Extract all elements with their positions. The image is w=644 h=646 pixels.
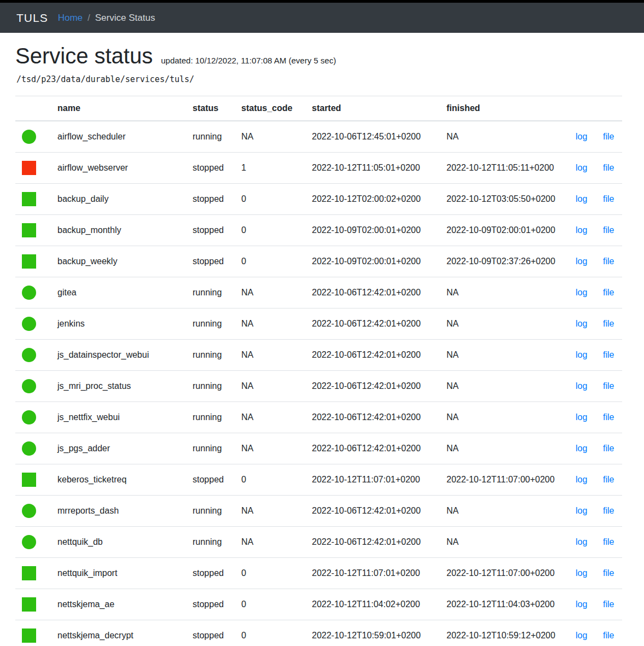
service-name-cell: js_mri_proc_status bbox=[51, 371, 186, 402]
log-link[interactable]: log bbox=[576, 350, 587, 359]
log-link[interactable]: log bbox=[576, 132, 587, 141]
log-link-cell: log bbox=[569, 402, 596, 433]
service-name-cell: nettquik_import bbox=[51, 558, 186, 589]
log-link[interactable]: log bbox=[576, 600, 587, 609]
file-link[interactable]: file bbox=[603, 225, 614, 235]
file-link[interactable]: file bbox=[603, 319, 614, 328]
service-name-cell: nettquik_db bbox=[51, 527, 186, 558]
service-status-cell: running bbox=[186, 496, 235, 527]
service-finished-cell: 2022-10-12T11:05:11+0200 bbox=[440, 153, 569, 184]
status-indicator-icon bbox=[22, 473, 36, 487]
service-name-cell: backup_monthly bbox=[51, 215, 186, 246]
log-link-cell: log bbox=[569, 620, 596, 646]
service-status-cell: running bbox=[186, 277, 235, 309]
status-indicator-icon bbox=[22, 379, 36, 393]
file-link[interactable]: file bbox=[603, 288, 614, 297]
service-status-cell: running bbox=[186, 402, 235, 433]
service-status-code-cell: NA bbox=[235, 277, 305, 309]
log-link[interactable]: log bbox=[576, 319, 587, 328]
breadcrumb-separator: / bbox=[88, 13, 90, 24]
col-header-finished: finished bbox=[440, 96, 569, 121]
service-status-cell: stopped bbox=[186, 246, 235, 277]
col-header-indicator bbox=[15, 96, 51, 121]
file-link[interactable]: file bbox=[603, 381, 614, 391]
file-link-cell: file bbox=[596, 589, 622, 620]
log-link[interactable]: log bbox=[576, 475, 587, 484]
log-link[interactable]: log bbox=[576, 444, 587, 453]
service-started-cell: 2022-10-12T11:07:01+0200 bbox=[305, 464, 440, 496]
table-row: js_nettfix_webui running NA 2022-10-06T1… bbox=[15, 402, 622, 433]
table-row: js_mri_proc_status running NA 2022-10-06… bbox=[15, 371, 622, 402]
service-table-body: airflow_scheduler running NA 2022-10-06T… bbox=[15, 121, 622, 646]
service-status-table: name status status_code started finished… bbox=[15, 96, 622, 646]
status-indicator-cell bbox=[15, 153, 51, 184]
log-link[interactable]: log bbox=[576, 381, 587, 391]
status-indicator-icon bbox=[22, 192, 36, 206]
updated-timestamp: updated: 10/12/2022, 11:07:08 AM (every … bbox=[161, 56, 336, 65]
status-indicator-icon bbox=[22, 628, 36, 643]
navbar-brand[interactable]: TULS bbox=[16, 11, 48, 25]
log-link-cell: log bbox=[569, 309, 596, 340]
service-status-code-cell: 0 bbox=[235, 215, 305, 246]
service-finished-cell: 2022-10-12T11:07:00+0200 bbox=[440, 464, 569, 496]
file-link-cell: file bbox=[596, 340, 622, 371]
file-link[interactable]: file bbox=[603, 568, 614, 578]
log-link[interactable]: log bbox=[576, 225, 587, 235]
status-indicator-cell bbox=[15, 215, 51, 246]
file-link[interactable]: file bbox=[603, 350, 614, 359]
file-link[interactable]: file bbox=[603, 257, 614, 266]
log-link[interactable]: log bbox=[576, 257, 587, 266]
service-started-cell: 2022-10-06T12:45:01+0200 bbox=[305, 121, 440, 153]
log-link-cell: log bbox=[569, 121, 596, 153]
log-link[interactable]: log bbox=[576, 506, 587, 515]
log-link[interactable]: log bbox=[576, 412, 587, 422]
file-link[interactable]: file bbox=[603, 537, 614, 546]
service-status-code-cell: 0 bbox=[235, 589, 305, 620]
service-started-cell: 2022-10-06T12:42:01+0200 bbox=[305, 527, 440, 558]
file-link[interactable]: file bbox=[603, 132, 614, 141]
file-link-cell: file bbox=[596, 121, 622, 153]
service-name-cell: gitea bbox=[51, 277, 186, 309]
table-row: mrreports_dash running NA 2022-10-06T12:… bbox=[15, 496, 622, 527]
file-link[interactable]: file bbox=[603, 412, 614, 422]
log-link[interactable]: log bbox=[576, 194, 587, 203]
status-indicator-icon bbox=[22, 504, 36, 518]
file-link[interactable]: file bbox=[603, 194, 614, 203]
service-status-code-cell: NA bbox=[235, 371, 305, 402]
service-name-cell: js_nettfix_webui bbox=[51, 402, 186, 433]
service-finished-cell: 2022-10-09T02:00:01+0200 bbox=[440, 215, 569, 246]
log-link[interactable]: log bbox=[576, 288, 587, 297]
table-row: airflow_webserver stopped 1 2022-10-12T1… bbox=[15, 153, 622, 184]
log-link[interactable]: log bbox=[576, 163, 587, 172]
service-status-code-cell: NA bbox=[235, 527, 305, 558]
service-started-cell: 2022-10-09T02:00:01+0200 bbox=[305, 215, 440, 246]
file-link[interactable]: file bbox=[603, 444, 614, 453]
table-row: nettskjema_ae stopped 0 2022-10-12T11:04… bbox=[15, 589, 622, 620]
service-name-cell: keberos_ticketreq bbox=[51, 464, 186, 496]
service-name-cell: jenkins bbox=[51, 309, 186, 340]
service-started-cell: 2022-10-06T12:42:01+0200 bbox=[305, 309, 440, 340]
breadcrumb-home-link[interactable]: Home bbox=[58, 13, 83, 24]
log-link[interactable]: log bbox=[576, 631, 587, 640]
file-link[interactable]: file bbox=[603, 600, 614, 609]
service-status-cell: running bbox=[186, 309, 235, 340]
service-finished-cell: NA bbox=[440, 433, 569, 464]
file-link[interactable]: file bbox=[603, 475, 614, 484]
file-link[interactable]: file bbox=[603, 506, 614, 515]
table-header: name status status_code started finished bbox=[15, 96, 622, 121]
service-status-code-cell: 1 bbox=[235, 153, 305, 184]
status-indicator-cell bbox=[15, 402, 51, 433]
service-finished-cell: NA bbox=[440, 277, 569, 309]
file-link-cell: file bbox=[596, 620, 622, 646]
file-link-cell: file bbox=[596, 215, 622, 246]
service-name-cell: backup_daily bbox=[51, 184, 186, 215]
log-link[interactable]: log bbox=[576, 568, 587, 578]
service-started-cell: 2022-10-06T12:42:01+0200 bbox=[305, 340, 440, 371]
file-link[interactable]: file bbox=[603, 631, 614, 640]
table-row: gitea running NA 2022-10-06T12:42:01+020… bbox=[15, 277, 622, 309]
service-started-cell: 2022-10-06T12:42:01+0200 bbox=[305, 402, 440, 433]
file-link[interactable]: file bbox=[603, 163, 614, 172]
service-finished-cell: 2022-10-12T11:04:03+0200 bbox=[440, 589, 569, 620]
service-status-code-cell: 0 bbox=[235, 620, 305, 646]
log-link[interactable]: log bbox=[576, 537, 587, 546]
